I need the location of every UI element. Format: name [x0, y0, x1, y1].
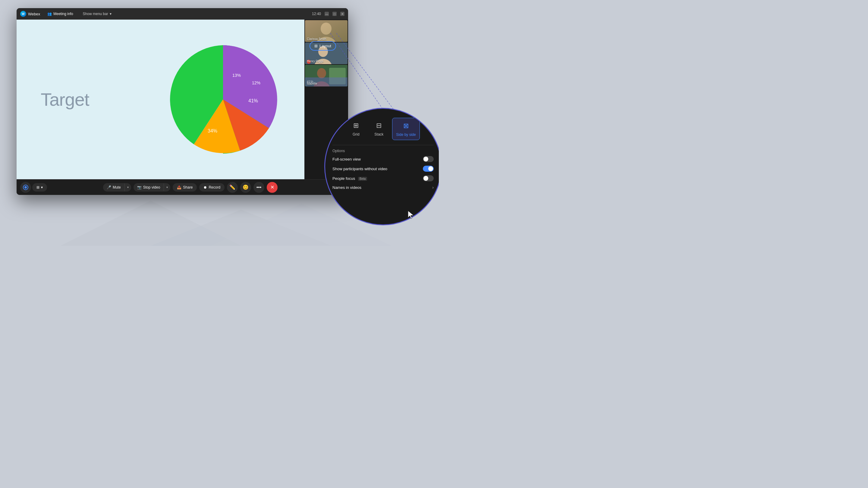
- content-area: Target: [17, 20, 348, 179]
- layout-button[interactable]: ⊞ Layout: [310, 41, 336, 51]
- show-participants-row: Show participants without video: [333, 166, 434, 172]
- clock: 12:40: [312, 12, 321, 16]
- meeting-info-icon: 👥: [47, 12, 52, 16]
- svg-marker-0: [60, 201, 241, 246]
- stack-label: Stack: [374, 132, 383, 136]
- svg-text:13%: 13%: [232, 73, 241, 78]
- chevron-right-icon: ›: [432, 185, 434, 190]
- meeting-info-label: Meeting info: [53, 12, 73, 16]
- side-by-side-icon: ⊠: [400, 121, 412, 131]
- options-section: Options Full-screen view Show participan…: [333, 145, 434, 190]
- full-screen-label: Full-screen view: [333, 157, 361, 161]
- stack-icon: ⊟: [373, 121, 385, 130]
- participant-thumb-3: Isabelle 41%: [305, 65, 347, 87]
- stop-video-button-group: 📷 Stop video ▾: [133, 183, 170, 192]
- maximize-button[interactable]: □: [333, 12, 337, 16]
- grid-icon: ⊞: [350, 121, 362, 130]
- stop-video-main-button[interactable]: 📷 Stop video: [133, 183, 164, 192]
- participant-name-2: Henry Riggs: [307, 60, 323, 63]
- svg-point-16: [317, 68, 326, 78]
- layout-toggle-button[interactable]: ⊞▾: [32, 183, 47, 192]
- record-button[interactable]: ⏺ Record: [199, 183, 224, 192]
- grid-label: Grid: [352, 132, 360, 136]
- layout-label: Layout: [319, 44, 331, 48]
- record-icon: ⏺: [204, 185, 207, 190]
- toolbar-left: ⊞▾: [20, 182, 47, 193]
- show-menu-bar-button[interactable]: Show menu bar ▾: [81, 11, 114, 17]
- beta-badge: Beta: [358, 177, 367, 181]
- meeting-info-button[interactable]: 👥 Meeting info: [45, 11, 75, 17]
- bottom-toolbar: ⊞▾ 🎤 Mute ▾ 📷 Stop video ▾ 📤 Share ⏺ Rec…: [17, 179, 348, 195]
- svg-point-20: [24, 186, 27, 189]
- people-focus-row: People focus Beta: [333, 175, 434, 181]
- options-title: Options: [333, 149, 434, 153]
- people-focus-label: People focus Beta: [333, 176, 367, 181]
- show-menu-bar-label: Show menu bar: [83, 12, 108, 16]
- stop-video-label: Stop video: [143, 185, 160, 190]
- names-in-videos-row[interactable]: Names in videos ›: [333, 185, 434, 190]
- pie-chart: 41% 12% 13% 34%: [160, 36, 286, 163]
- svg-marker-1: [151, 210, 332, 246]
- title-bar: W Webex 👥 Meeting info Show menu bar ▾ 1…: [17, 8, 348, 20]
- emoji-button[interactable]: 😊: [240, 182, 251, 193]
- full-screen-toggle[interactable]: [423, 156, 434, 162]
- share-button[interactable]: 📤 Share: [173, 183, 197, 192]
- video-icon: 📷: [137, 185, 142, 190]
- svg-text:12%: 12%: [252, 80, 260, 85]
- participant-name-1: Clarissa Smith: [307, 37, 326, 41]
- presentation-area: Target: [17, 20, 304, 179]
- more-button[interactable]: •••: [253, 182, 264, 193]
- people-focus-toggle[interactable]: [423, 175, 434, 181]
- names-in-videos-label: Names in videos: [333, 185, 361, 190]
- title-bar-right: 12:40 — □ ✕: [312, 12, 344, 16]
- side-by-side-layout-option[interactable]: ⊠ Side by side: [392, 118, 420, 140]
- mute-button-group: 🎤 Mute ▾: [103, 183, 131, 192]
- mute-dropdown-button[interactable]: ▾: [124, 184, 131, 191]
- annotation-button[interactable]: ✏️: [227, 182, 238, 193]
- show-participants-toggle[interactable]: [423, 166, 434, 172]
- svg-text:41%: 41%: [248, 98, 258, 103]
- main-window: W Webex 👥 Meeting info Show menu bar ▾ 1…: [17, 8, 348, 195]
- pct-label: 41%: [307, 80, 313, 84]
- slide-title: Target: [41, 89, 89, 110]
- grid-layout-option[interactable]: ⊞ Grid: [346, 118, 366, 140]
- show-participants-label: Show participants without video: [333, 167, 387, 171]
- stop-video-dropdown-button[interactable]: ▾: [164, 184, 170, 191]
- status-icon-button[interactable]: [20, 182, 31, 193]
- layout-options: ⊞ Grid ⊟ Stack ⊠ Side by side: [333, 118, 434, 140]
- participant-thumb-1: Clarissa Smith: [305, 20, 347, 42]
- layout-icon: ⊞: [314, 44, 318, 48]
- end-call-button[interactable]: ✕: [267, 182, 278, 193]
- share-icon: 📤: [177, 185, 181, 190]
- mute-main-button[interactable]: 🎤 Mute: [103, 183, 124, 192]
- webex-logo: W Webex: [20, 11, 40, 17]
- close-button[interactable]: ✕: [340, 12, 344, 16]
- slide-content: Target: [17, 20, 304, 179]
- mic-icon: 🎤: [107, 185, 111, 190]
- stack-layout-option[interactable]: ⊟ Stack: [369, 118, 389, 140]
- minimize-button[interactable]: —: [324, 12, 329, 16]
- side-by-side-label: Side by side: [396, 133, 415, 137]
- webex-icon: W: [20, 11, 26, 17]
- mute-label: Mute: [113, 185, 121, 190]
- full-screen-row: Full-screen view: [333, 156, 434, 162]
- app-title: Webex: [28, 12, 40, 16]
- chevron-down-icon: ▾: [110, 12, 112, 16]
- svg-text:34%: 34%: [208, 128, 217, 133]
